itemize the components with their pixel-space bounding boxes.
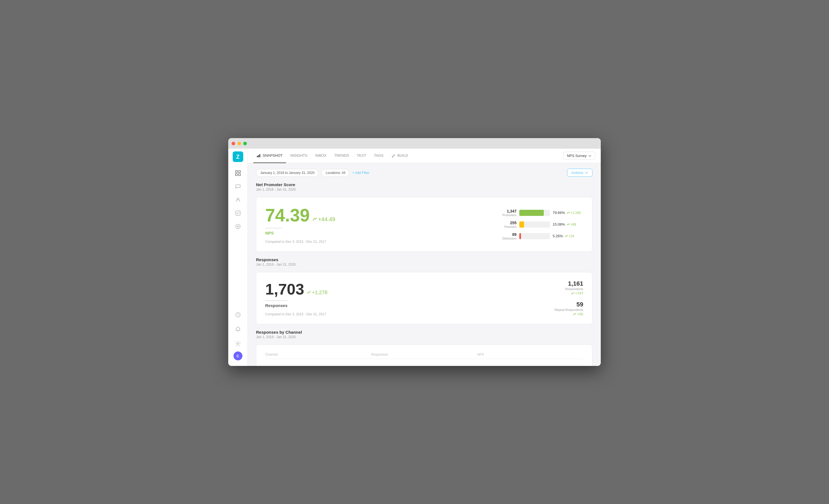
date-range-filter[interactable]: January 1, 2018 to January 31, 2020 [256, 169, 319, 177]
maximize-button[interactable] [243, 142, 247, 145]
passives-change: +99 [567, 223, 576, 226]
tab-text[interactable]: TEXT [354, 149, 369, 163]
respondents-trend-icon [571, 292, 574, 295]
repeat-respondents-label: Repeat Respondents [505, 308, 583, 311]
respondents-count: 1,161 [505, 280, 583, 287]
add-filter-btn[interactable]: + Add Filter [352, 171, 369, 175]
tab-insights[interactable]: INSIGHTS [287, 149, 311, 163]
channel-section-title: Responses by Channel [256, 330, 592, 335]
user-avatar[interactable]: C [233, 351, 243, 360]
detractors-pct: 5.26% [553, 234, 563, 238]
channel-section-date: Jan 1, 2018 - Jan 31, 2020 [256, 335, 592, 339]
respondents-stat: 1,161 Respondents +747 [505, 280, 583, 295]
gear-icon-btn[interactable] [232, 338, 244, 349]
minimize-button[interactable] [238, 142, 241, 145]
passives-label: Passives [494, 225, 516, 228]
svg-rect-2 [236, 173, 238, 176]
responses-section-date: Jan 1, 2018 - Jan 31, 2020 [256, 263, 592, 266]
nps-trend-up-icon [313, 217, 317, 222]
detractors-count: 89 [494, 232, 516, 237]
nps-label: NPS [265, 228, 282, 235]
nav-tabs: SNAPSHOT INSIGHTS INBOX TRENDS TEXT [253, 149, 563, 163]
nps-score-display: 74.39 +44.49 [265, 205, 483, 226]
passives-trend-icon [567, 223, 570, 226]
promoters-change: +1,160 [567, 211, 581, 215]
help-icon-btn[interactable]: ? [232, 309, 244, 320]
detractors-label: Detractors [494, 237, 516, 240]
responses-card: 1,703 +1,278 Responses Compared to Dec 3… [256, 272, 592, 324]
responses-comparison: Compared to Dec 3, 2015 - Dec 31, 2017 [265, 312, 494, 316]
nps-comparison: Compared to Dec 3, 2015 - Dec 31, 2017 [265, 240, 483, 244]
app-logo[interactable]: Z [233, 151, 243, 162]
svg-rect-1 [239, 170, 241, 172]
svg-rect-3 [239, 173, 241, 176]
tab-trends[interactable]: TRENDS [331, 149, 352, 163]
channel-table-header: Channel Responses NPS [265, 353, 583, 359]
tab-tags[interactable]: TAGS [370, 149, 387, 163]
tab-inbox[interactable]: INBOX [312, 149, 330, 163]
promoters-trend-icon [567, 211, 570, 215]
repeat-respondents-trend-icon [573, 313, 576, 316]
promoters-pct: 79.66% [553, 210, 565, 215]
detractors-bar-track [519, 233, 550, 239]
svg-rect-12 [259, 154, 260, 157]
location-filter[interactable]: Locations: All [321, 169, 350, 177]
responses-right-panel: 1,161 Respondents +747 59 Repeat Respond… [505, 280, 583, 316]
detractors-trend-icon [565, 234, 568, 238]
channel-col-channel: Channel [265, 353, 371, 356]
nps-section-title: Net Promoter Score [256, 182, 592, 187]
sidebar-item-dashboard[interactable] [232, 167, 244, 179]
bell-icon-btn[interactable] [232, 324, 244, 335]
svg-rect-11 [258, 155, 259, 157]
passives-bar-fill [519, 222, 524, 228]
sidebar-item-chat[interactable] [232, 181, 244, 192]
sidebar: Z [228, 149, 248, 366]
passives-pct: 15.08% [553, 222, 565, 226]
titlebar [228, 138, 601, 149]
responses-count-display: 1,703 +1,278 [265, 280, 494, 298]
sidebar-item-add[interactable] [232, 221, 244, 232]
nps-left-panel: 74.39 +44.49 NPS Compared to Dec 3, 2015… [265, 205, 483, 244]
responses-section-title: Responses [256, 257, 592, 262]
nps-card: 74.39 +44.49 NPS Compared to Dec 3, 2015… [256, 197, 592, 252]
tab-build[interactable]: BUILD [388, 149, 411, 163]
repeat-respondents-stat: 59 Repeat Respondents +50 [505, 301, 583, 316]
sidebar-item-person[interactable] [232, 194, 244, 205]
app-window: Z [228, 138, 601, 366]
passives-bar-track [519, 222, 550, 228]
channel-card: Channel Responses NPS [256, 345, 592, 366]
content-area: January 1, 2018 to January 31, 2020 Loca… [248, 163, 601, 366]
passives-count: 255 [494, 221, 516, 225]
svg-rect-10 [257, 156, 258, 157]
responses-label: Responses [265, 300, 287, 308]
svg-point-9 [237, 343, 239, 345]
svg-rect-0 [236, 170, 238, 172]
close-button[interactable] [231, 142, 235, 145]
promoters-count: 1,347 [494, 209, 516, 214]
nps-section-date: Jan 1, 2018 - Jan 31, 2020 [256, 188, 592, 191]
sidebar-item-checklist[interactable] [232, 207, 244, 219]
promoters-bar-fill [519, 210, 544, 216]
actions-chevron-icon [585, 171, 588, 175]
svg-text:?: ? [237, 313, 239, 317]
detractors-change: +24 [565, 234, 574, 238]
responses-change-value: +1,278 [307, 290, 327, 296]
responses-trend-icon [307, 290, 311, 295]
passives-row: 255 Passives 15.08% [494, 221, 583, 228]
main-content: SNAPSHOT INSIGHTS INBOX TRENDS TEXT [248, 149, 601, 366]
tab-snapshot[interactable]: SNAPSHOT [253, 149, 286, 163]
nps-change-value: +44.49 [313, 216, 335, 223]
top-navigation: SNAPSHOT INSIGHTS INBOX TRENDS TEXT [248, 149, 601, 163]
survey-selector[interactable]: NPS Survey [563, 152, 595, 160]
promoters-label: Promoters [494, 214, 516, 217]
detractors-bar-fill [519, 233, 521, 239]
nps-right-panel: 1,347 Promoters 79.66% [494, 209, 583, 240]
chevron-down-icon [588, 154, 591, 158]
promoters-row: 1,347 Promoters 79.66% [494, 209, 583, 217]
responses-left-panel: 1,703 +1,278 Responses Compared to Dec 3… [265, 280, 494, 316]
respondents-label: Respondents [505, 287, 583, 290]
respondents-change: +747 [505, 291, 583, 295]
repeat-respondents-count: 59 [505, 301, 583, 308]
promoters-bar-track [519, 210, 550, 216]
actions-button[interactable]: Actions [567, 169, 592, 177]
